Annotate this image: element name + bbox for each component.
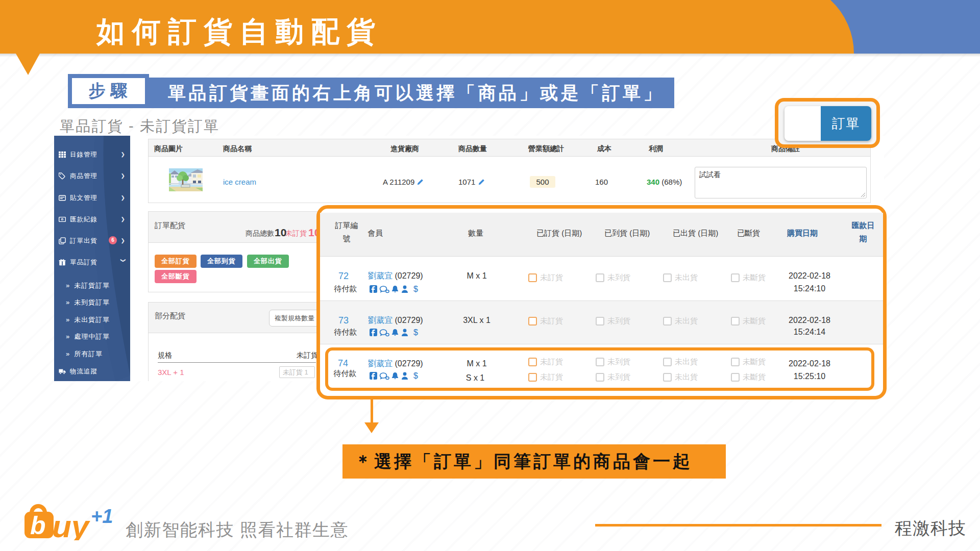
svg-text:$: $ <box>413 285 418 293</box>
svg-text:$: $ <box>413 371 418 380</box>
svg-text:uy: uy <box>52 509 91 540</box>
svg-text:+1: +1 <box>91 506 113 527</box>
svg-text:$: $ <box>413 328 418 337</box>
svg-text:b: b <box>30 511 46 540</box>
